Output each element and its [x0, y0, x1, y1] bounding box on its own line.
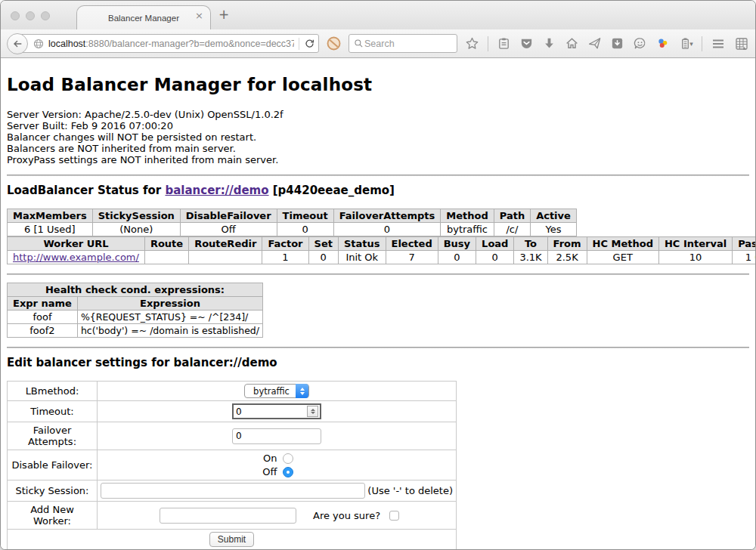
- divider-3: [7, 347, 749, 348]
- cell-method: bytraffic: [441, 223, 494, 236]
- submit-row: Submit: [8, 530, 457, 550]
- col-maxmembers: MaxMembers: [8, 209, 93, 223]
- timeout-input-wrap: [232, 403, 321, 419]
- content-blocked-button[interactable]: [326, 36, 342, 51]
- downloads-button[interactable]: [542, 36, 556, 51]
- col-active: Active: [531, 209, 577, 223]
- timeout-input[interactable]: [234, 406, 307, 417]
- col-expr-name: Expr name: [8, 297, 78, 311]
- radio-line-on: On: [261, 453, 293, 464]
- battery-status-button[interactable]: ▾: [678, 36, 693, 51]
- col-worker-url: Worker URL: [8, 237, 145, 251]
- back-button[interactable]: [7, 33, 28, 54]
- col-from: From: [547, 237, 587, 251]
- cell-stickysession: (None): [92, 223, 180, 236]
- search-input[interactable]: [364, 39, 440, 49]
- number-spinner-icon[interactable]: [307, 406, 318, 417]
- health-title-row: Health check cond. expressions:: [8, 283, 263, 297]
- tile-tabs-button[interactable]: [734, 36, 749, 51]
- bookmark-star-button[interactable]: [465, 36, 479, 51]
- add-worker-field: Are you sure?: [101, 508, 453, 524]
- save-to-device-button[interactable]: [610, 36, 624, 51]
- dropdown-caret-icon[interactable]: ▾: [689, 40, 693, 48]
- col-path: Path: [494, 209, 530, 223]
- new-tab-button[interactable]: +: [218, 7, 229, 22]
- col-route: Route: [144, 237, 188, 251]
- sticky-session-hint: (Use '-' to delete): [367, 485, 453, 496]
- feedback-button[interactable]: [633, 36, 647, 51]
- reload-icon: [304, 38, 315, 49]
- search-bar[interactable]: [349, 34, 457, 53]
- grid-icon: [734, 36, 749, 51]
- cell-maxmembers: 6 [1 Used]: [8, 223, 93, 236]
- col-passes: Passes: [733, 237, 755, 251]
- cell-path: /c/: [494, 223, 530, 236]
- blocked-icon: [326, 36, 342, 51]
- url-text: localhost:8880/balancer-manager?b=demo&n…: [48, 39, 294, 49]
- cell-to: 3.1K: [514, 251, 547, 264]
- sticky-session-row: Sticky Session: (Use '-' to delete): [8, 480, 457, 502]
- bookmarks-menu-button[interactable]: [497, 36, 511, 51]
- are-you-sure-checkbox[interactable]: [389, 511, 399, 521]
- worker-table: Worker URL Route RouteRedir Factor Set S…: [7, 236, 755, 264]
- cell-routeredir: [189, 251, 262, 264]
- failover-attempts-input[interactable]: [232, 428, 321, 444]
- boxed-download-icon: [610, 36, 624, 51]
- submit-button[interactable]: Submit: [209, 532, 254, 547]
- url-path: :8880/balancer-manager?b=demo&nonce=decc…: [85, 39, 294, 49]
- radio-line-off: Off: [261, 466, 293, 477]
- browser-window: Balancer Manager × + localhost:8880/bala…: [0, 0, 756, 550]
- extension-colors-button[interactable]: [655, 36, 670, 51]
- share-button[interactable]: [587, 36, 602, 51]
- menu-button[interactable]: [711, 36, 726, 51]
- radio-off-button[interactable]: [283, 467, 293, 477]
- page-title: Load Balancer Manager for localhost: [7, 75, 749, 94]
- close-window-button[interactable]: [11, 11, 20, 20]
- col-hc-method: HC Method: [587, 237, 658, 251]
- cell-hc-interval: 10: [658, 251, 732, 264]
- cell-active: Yes: [531, 223, 577, 236]
- persist-notice-line: Balancer changes will NOT be persisted o…: [7, 131, 749, 143]
- cell-worker-url: http://www.example.com/: [8, 251, 145, 264]
- cell-passes: 1 (0): [733, 251, 755, 264]
- col-factor: Factor: [262, 237, 308, 251]
- smiley-icon: [633, 36, 647, 51]
- reload-button[interactable]: [304, 38, 315, 49]
- sticky-session-input[interactable]: [101, 483, 365, 499]
- col-disablefailover: DisableFailover: [180, 209, 277, 223]
- status-header-row: MaxMembers StickySession DisableFailover…: [8, 209, 577, 223]
- lbmethod-select[interactable]: bytraffic: [244, 384, 309, 398]
- tab-balancer-manager[interactable]: Balancer Manager ×: [76, 5, 211, 29]
- tab-close-icon[interactable]: ×: [195, 11, 203, 20]
- health-header-row: Expr name Expression: [8, 297, 263, 311]
- url-bar[interactable]: localhost:8880/balancer-manager?b=demo&n…: [18, 34, 319, 53]
- are-you-sure-label: Are you sure?: [313, 510, 380, 521]
- home-button[interactable]: [565, 36, 579, 51]
- select-stepper-icon: [296, 384, 308, 398]
- worker-data-row: http://www.example.com/ 1 0 Init Ok 7 0 …: [8, 251, 756, 264]
- cell-timeout: 0: [277, 223, 333, 236]
- home-icon: [565, 36, 579, 51]
- balancer-demo-link[interactable]: balancer://demo: [165, 184, 268, 197]
- proxypass-notice-line: ProxyPass settings are NOT inherited fro…: [7, 154, 749, 165]
- failover-attempts-label: Failover Attempts:: [8, 422, 98, 450]
- add-worker-input[interactable]: [160, 508, 296, 524]
- clipboard-icon: [497, 36, 511, 51]
- url-divider: [299, 38, 299, 50]
- minimize-window-button[interactable]: [26, 11, 35, 20]
- health-row-foof: foof %{REQUEST_STATUS} =~ /^[234]/: [8, 311, 263, 324]
- col-method: Method: [441, 209, 494, 223]
- cell-disablefailover: Off: [180, 223, 277, 236]
- cell-expr-name-1: foof: [8, 311, 78, 324]
- cell-from: 2.5K: [547, 251, 587, 264]
- zoom-window-button[interactable]: [41, 11, 50, 20]
- hamburger-icon: [711, 36, 726, 51]
- cell-busy: 0: [438, 251, 476, 264]
- worker-url-link[interactable]: http://www.example.com/: [13, 252, 139, 263]
- col-hc-interval: HC Interval: [658, 237, 732, 251]
- toolbar-icons: ▾: [465, 36, 749, 51]
- health-check-table: Health check cond. expressions: Expr nam…: [7, 283, 263, 338]
- col-elected: Elected: [386, 237, 438, 251]
- radio-on-button[interactable]: [283, 453, 293, 464]
- pocket-button[interactable]: [519, 36, 534, 51]
